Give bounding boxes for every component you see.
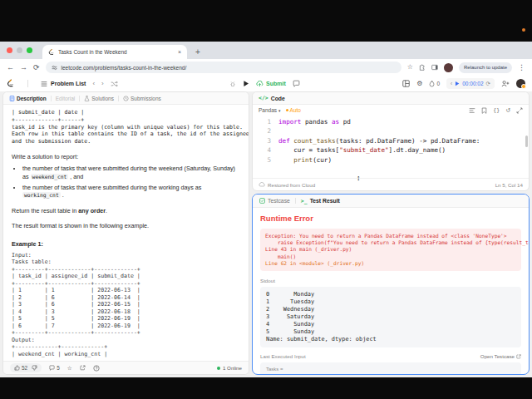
code-editor[interactable]: 1import pandas as pd23def count_tasks(ta…: [253, 116, 529, 178]
browser-menu-kebab-icon[interactable]: ⋮: [518, 64, 525, 71]
fullscreen-icon[interactable]: [516, 107, 523, 114]
browser-tab[interactable]: Tasks Count in the Weekend ×: [42, 45, 187, 59]
code-line[interactable]: 2: [253, 126, 529, 135]
tab-submissions[interactable]: Submissions: [123, 96, 161, 101]
timer-collapse-icon[interactable]: ‹: [451, 81, 452, 86]
close-window-button[interactable]: [7, 47, 12, 53]
online-count: 1 Online: [223, 365, 242, 371]
online-dot-icon: [217, 367, 220, 370]
code-icon: </>: [259, 95, 268, 101]
language-selector[interactable]: Pandas ▾: [259, 107, 281, 113]
prev-problem-icon[interactable]: ‹: [92, 80, 95, 87]
cloud-status: Restored from Cloud: [268, 182, 315, 188]
favorite-button[interactable]: ☆: [67, 365, 72, 372]
tab-test-result[interactable]: >_ Test Result: [301, 198, 340, 204]
feedback-button[interactable]: [93, 365, 100, 372]
code-token: pandas: [301, 117, 332, 126]
tab-editorial[interactable]: Editorial: [56, 96, 75, 101]
share-button[interactable]: [80, 365, 86, 371]
code-line[interactable]: 3def count_tasks(tasks: pd.DataFrame) ->…: [253, 136, 529, 145]
shuffle-icon[interactable]: [111, 81, 118, 87]
timer-reset-icon[interactable]: ⟳: [486, 81, 490, 87]
tab-testcase[interactable]: Testcase: [259, 198, 290, 204]
auto-sync-indicator[interactable]: Auto: [286, 107, 301, 113]
tab-solutions[interactable]: Solutions: [84, 96, 114, 101]
relaunch-button[interactable]: Relaunch to update: [459, 62, 512, 73]
like-button[interactable]: 52: [14, 365, 27, 371]
flask-icon: [84, 96, 90, 101]
timer-play-icon[interactable]: [455, 81, 460, 86]
code-chip: working_cnt: [22, 192, 61, 198]
dislike-button[interactable]: [32, 365, 37, 371]
minimize-window-button[interactable]: [17, 47, 22, 53]
editor-toolbar: Pandas ▾ Auto: [253, 105, 529, 116]
layout-icon[interactable]: [402, 80, 410, 87]
result-body[interactable]: Runtime Error Exception: You need to ret…: [253, 208, 529, 374]
browser-toolbar: ← → ⟳ leetcode.com/problems/tasks-count-…: [0, 59, 532, 76]
bookmark-star-icon[interactable]: ☆: [407, 64, 413, 71]
divider: [27, 80, 28, 87]
streak-counter[interactable]: 0: [429, 80, 440, 87]
user-avatar[interactable]: [516, 79, 525, 88]
editor-scrollbar[interactable]: [525, 135, 528, 147]
return-note: Return the result table in any order.: [12, 207, 240, 215]
submit-button[interactable]: Submit: [256, 81, 286, 87]
side-panel-icon[interactable]: [431, 64, 438, 71]
screen: Tasks Count in the Weekend × + ← → ⟳ lee…: [0, 0, 532, 399]
leetcode-logo[interactable]: [7, 79, 15, 88]
browser-actions: ☆ Relaunch to update ⋮: [407, 62, 525, 73]
new-tab-button[interactable]: +: [195, 47, 200, 59]
tab-description[interactable]: Description: [9, 96, 47, 101]
bookmark-icon[interactable]: [481, 107, 487, 114]
description-content[interactable]: | submit_date | date | +-------------+--…: [3, 105, 249, 361]
code-line[interactable]: 1import pandas as pd: [253, 117, 529, 126]
tab-close-icon[interactable]: ×: [178, 49, 181, 55]
list-icon: [41, 81, 47, 87]
problem-list-label: Problem List: [51, 81, 86, 86]
error-line: Line 43 in main (_driver.py): [265, 246, 516, 253]
code-token: (tasks: pd.DataFrame) -> pd.DataFrame:: [336, 136, 480, 145]
like-count: 52: [22, 365, 27, 371]
forward-icon[interactable]: →: [20, 64, 27, 71]
reload-icon[interactable]: ⟳: [33, 64, 40, 71]
settings-gear-icon[interactable]: ⚙: [416, 81, 422, 87]
editor-statusbar: Restored from Cloud Ln 5, Col 14: [253, 178, 529, 190]
prompt-intro: Write a solution to report:: [12, 153, 240, 161]
collaborate-icon[interactable]: [501, 80, 510, 87]
list-item: the number of tasks that were submitted …: [22, 184, 240, 200]
code-token: def: [278, 136, 290, 145]
code-line[interactable]: 5 print(cur): [253, 155, 529, 165]
thumbs-down-icon: [32, 365, 37, 371]
extensions-icon[interactable]: [419, 64, 426, 71]
format-code-icon[interactable]: [469, 107, 475, 114]
browser-profile-avatar[interactable]: [444, 63, 453, 72]
code-line[interactable]: 4 cur = tasks["submit_date"].dt.day_name…: [253, 145, 529, 155]
site-settings-icon[interactable]: [52, 65, 57, 71]
main-content: Description Editorial Solutions: [0, 91, 532, 377]
debug-icon[interactable]: [229, 81, 236, 87]
run-status: Runtime Error: [260, 214, 521, 223]
line-number: 4: [253, 145, 278, 155]
notes-icon[interactable]: [293, 80, 300, 87]
next-problem-icon[interactable]: ›: [101, 80, 104, 87]
document-icon: [9, 96, 15, 101]
snippets-icon[interactable]: {}: [493, 107, 500, 114]
tab-title: Tasks Count in the Weekend: [58, 49, 175, 55]
run-submit-group: Submit: [229, 80, 300, 87]
problem-list-button[interactable]: Problem List: [41, 81, 86, 87]
browser-tab-strip: Tasks Count in the Weekend × +: [0, 42, 532, 59]
address-bar[interactable]: leetcode.com/problems/tasks-count-in-the…: [46, 62, 401, 73]
code-token: as: [332, 117, 339, 126]
back-icon[interactable]: ←: [7, 64, 14, 71]
maximize-window-button[interactable]: [27, 47, 32, 53]
timer-widget[interactable]: ‹ 00:00:02 ⟳: [446, 78, 495, 89]
navbar-right-group: ⚙ 0 ‹ 00:00:02 ⟳: [402, 78, 525, 89]
open-testcase-link[interactable]: Open Testcase: [480, 353, 521, 359]
run-icon[interactable]: [243, 80, 249, 87]
comments-button[interactable]: 5: [49, 365, 60, 371]
auto-label: Auto: [290, 107, 301, 113]
terminal-icon: >_: [301, 198, 308, 204]
mouse-cursor: ↕: [357, 174, 361, 182]
comment-icon: [49, 365, 55, 371]
reset-code-icon[interactable]: ↺: [505, 107, 510, 114]
